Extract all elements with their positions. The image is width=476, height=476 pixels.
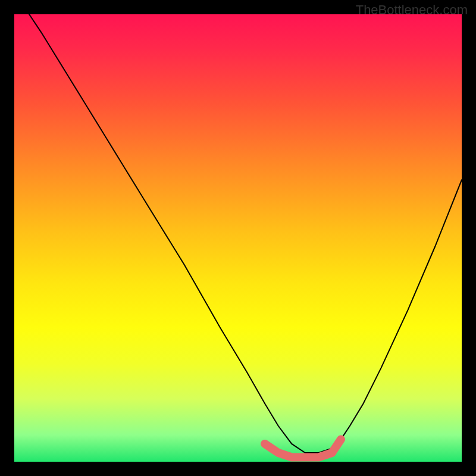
bottleneck-curve bbox=[14, 14, 462, 453]
watermark-text: TheBottleneck.com bbox=[356, 2, 468, 18]
chart-svg bbox=[14, 14, 462, 462]
chart-plot-area bbox=[14, 14, 462, 462]
optimal-zone-highlight bbox=[265, 439, 341, 457]
